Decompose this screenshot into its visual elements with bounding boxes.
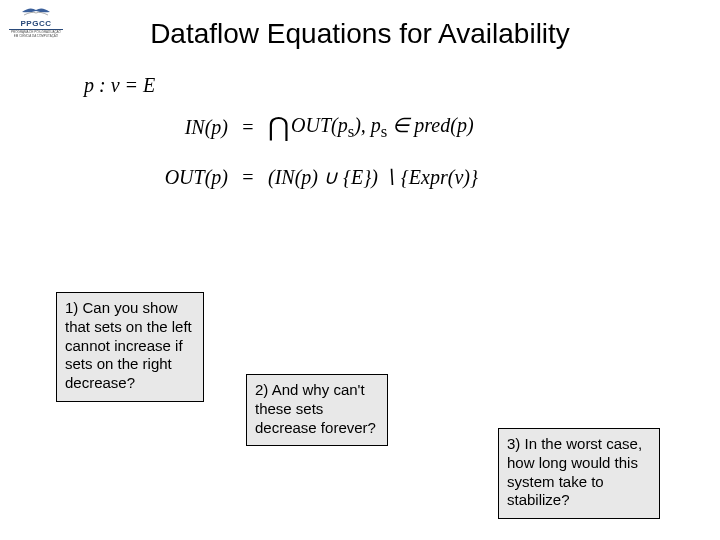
equation-block: IN(p) = ⋂OUT(ps), ps ∈ pred(p) OUT(p) = … xyxy=(130,112,478,211)
slide-title: Dataflow Equations for Availability xyxy=(0,18,720,50)
in-rhs: ⋂OUT(ps), ps ∈ pred(p) xyxy=(268,112,474,143)
out-rhs: (IN(p) ∪ {E}) ∖ {Expr(v)} xyxy=(268,165,478,189)
equation-premise: p : v = E xyxy=(84,74,155,97)
in-lhs: IN(p) xyxy=(130,116,228,139)
bird-icon xyxy=(20,4,52,18)
callout-q3: 3) In the worst case, how long would thi… xyxy=(498,428,660,519)
callout-q2: 2) And why can't these sets decrease for… xyxy=(246,374,388,446)
out-lhs: OUT(p) xyxy=(130,166,228,189)
callout-q1: 1) Can you show that sets on the left ca… xyxy=(56,292,204,402)
equation-out: OUT(p) = (IN(p) ∪ {E}) ∖ {Expr(v)} xyxy=(130,165,478,189)
bigcap-icon: ⋂ xyxy=(268,112,289,143)
equals-sign: = xyxy=(228,166,268,189)
equation-in: IN(p) = ⋂OUT(ps), ps ∈ pred(p) xyxy=(130,112,478,143)
equals-sign: = xyxy=(228,116,268,139)
